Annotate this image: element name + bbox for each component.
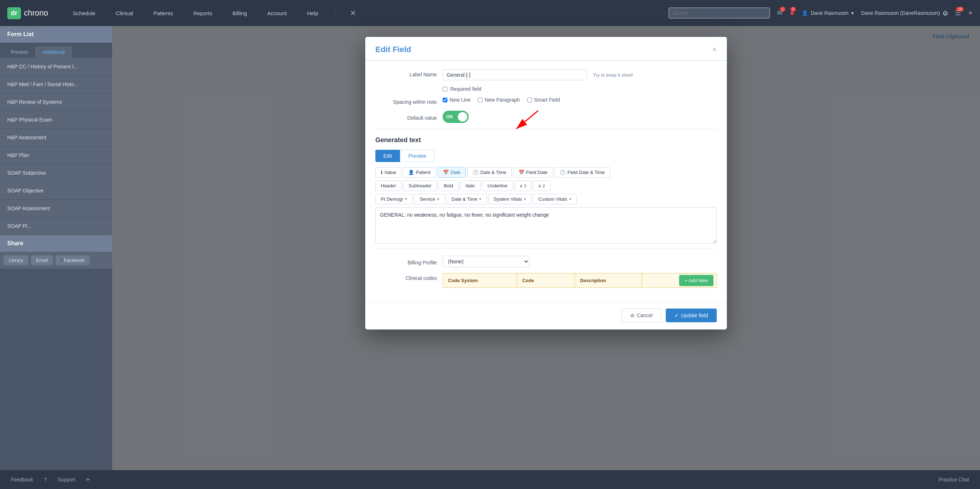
toolbar-custom-vitals-btn[interactable]: Custom Vitals ▾: [533, 194, 577, 204]
edit-button[interactable]: Edit: [375, 150, 400, 162]
toolbar-row-1: ℹ Value 👤 Patient 📅 Date: [375, 167, 717, 178]
messages-button[interactable]: ✉ 1: [777, 9, 783, 17]
sidebar-item-hp-cc[interactable]: H&P CC / History of Present I...: [0, 58, 112, 76]
nav-billing[interactable]: Billing: [223, 0, 257, 26]
toolbar-header-btn[interactable]: Header: [375, 180, 402, 191]
stack-badge: 10: [956, 7, 964, 11]
sidebar-items: H&P CC / History of Present I... H&P Med…: [0, 58, 112, 235]
toolbar-value-btn[interactable]: ℹ Value: [375, 167, 401, 178]
add-new-button[interactable]: + Add New: [679, 275, 713, 286]
chevron-down-icon-3: ▾: [479, 197, 481, 201]
toolbar-system-vitals-btn[interactable]: System Vitals ▾: [488, 194, 531, 204]
default-value-toggle[interactable]: ON: [442, 111, 469, 123]
toolbar-underline-btn[interactable]: Underline: [482, 180, 513, 191]
facebook-icon: f: [61, 258, 62, 263]
sidebar-item-soap-objective[interactable]: SOAP Objective: [0, 182, 112, 200]
modal-close-button[interactable]: ×: [712, 45, 717, 54]
sidebar-item-hp-plan[interactable]: H&P Plan: [0, 147, 112, 164]
nav-reports[interactable]: Reports: [183, 0, 223, 26]
notification-badge: 3: [790, 7, 796, 11]
toolbar-italic-btn[interactable]: Italic: [460, 180, 480, 191]
billing-profile-select[interactable]: (None): [442, 256, 530, 267]
toolbar-bold-btn[interactable]: Bold: [438, 180, 458, 191]
smart-field-label: Smart Field: [534, 97, 560, 103]
clinical-codes-table: Code System Code Description + Add New: [442, 273, 717, 288]
nav-help[interactable]: Help: [297, 0, 328, 26]
sidebar-item-hp-physical[interactable]: H&P Physical Exam: [0, 111, 112, 129]
bottom-bar: Feedback ? Support ✏ Practice Chat: [0, 470, 980, 489]
content-textarea[interactable]: GENERAL: no weakness, no fatigue, no fev…: [375, 207, 717, 244]
user-display-name: Dane Rasmuson (DaneRasmuson): [861, 10, 940, 16]
sidebar-tabs: Presets Additional: [0, 43, 112, 58]
sidebar-item-hp-med[interactable]: H&P Med / Fam / Social Histo...: [0, 76, 112, 93]
modal-header: Edit Field ×: [365, 37, 727, 61]
sidebar-tab-additional[interactable]: Additional: [35, 46, 72, 58]
spacing-smart-field: Smart Field: [527, 97, 560, 103]
share-tab-email[interactable]: Email: [31, 255, 53, 265]
stack-button[interactable]: ☰ 10: [955, 9, 961, 17]
smart-field-checkbox[interactable]: [527, 98, 532, 102]
toolbar-row-3: Pt Demogr ▾ Service ▾ Date & Time ▾: [375, 194, 717, 204]
modal-overlay: Edit Field × Label Name Try to keep it s…: [112, 26, 980, 470]
user-display: Dane Rasmuson (DaneRasmuson) ⏻: [861, 10, 948, 16]
sidebar-item-hp-review[interactable]: H&P Review of Systems: [0, 93, 112, 111]
update-field-button[interactable]: ✓ Update field: [666, 309, 717, 322]
top-nav: dr chrono Schedule Clinical Patients Rep…: [0, 0, 980, 26]
label-name-input[interactable]: [442, 69, 587, 80]
edit-preview-row: Edit Preview: [375, 150, 717, 162]
nav-patients[interactable]: Patients: [143, 0, 183, 26]
required-field-checkbox[interactable]: [442, 87, 447, 91]
clinical-codes-table-wrap: Code System Code Description + Add New: [442, 273, 717, 288]
main-area: Form List Presets Additional H&P CC / Hi…: [0, 26, 980, 470]
message-badge: 1: [780, 7, 786, 11]
chevron-down-icon: ▾: [851, 10, 854, 16]
nav-account[interactable]: Account: [257, 0, 297, 26]
toolbar-subheader-btn[interactable]: Subheader: [403, 180, 437, 191]
share-tab-library[interactable]: Library: [4, 255, 28, 265]
billing-row: Billing Profile (None): [375, 256, 717, 267]
cancel-icon: ⊘: [630, 312, 635, 318]
search-input[interactable]: [669, 8, 770, 18]
nav-close-button[interactable]: ✕: [343, 0, 363, 26]
toolbar-service-btn[interactable]: Service ▾: [414, 194, 444, 204]
nav-separator: ⋮: [328, 0, 343, 26]
preview-button[interactable]: Preview: [400, 150, 435, 162]
nav-clinical[interactable]: Clinical: [106, 0, 143, 26]
col-code: Code: [517, 274, 575, 288]
sidebar-tab-presets[interactable]: Presets: [4, 46, 35, 58]
toolbar-date-btn[interactable]: 📅 Date: [438, 167, 466, 178]
toolbar-field-datetime-btn[interactable]: 🕐 Field Date & Time: [554, 167, 610, 178]
sidebar-item-hp-assessment[interactable]: H&P Assessment: [0, 129, 112, 147]
nav-schedule[interactable]: Schedule: [62, 0, 106, 26]
toggle-slider: ON: [442, 111, 469, 123]
default-value-label: Default value: [375, 113, 437, 121]
cancel-button[interactable]: ⊘ Cancel: [621, 309, 662, 322]
svg-line-1: [516, 111, 538, 129]
new-line-label: New Line: [450, 97, 471, 103]
toolbar-datetime-btn[interactable]: 🕐 Date & Time: [467, 167, 512, 178]
share-tab-facebook[interactable]: f Facebook: [56, 255, 89, 265]
support-link[interactable]: Support: [57, 477, 75, 483]
toolbar-subscript-btn[interactable]: x2: [515, 180, 532, 191]
toolbar-field-date-btn[interactable]: 📅 Field Date: [513, 167, 553, 178]
new-line-checkbox[interactable]: [442, 98, 447, 102]
logo-box: dr: [7, 7, 21, 19]
practice-chat-link[interactable]: Practice Chat: [939, 477, 969, 483]
spacing-options: New Line New Paragraph Smart Field: [442, 97, 560, 103]
new-paragraph-checkbox[interactable]: [478, 98, 482, 102]
notifications-button[interactable]: ● 3: [790, 8, 794, 18]
feedback-link[interactable]: Feedback: [11, 477, 33, 483]
sidebar-item-soap-plan[interactable]: SOAP Pl...: [0, 217, 112, 235]
sidebar-item-soap-subjective[interactable]: SOAP Subjective: [0, 164, 112, 182]
toolbar-date-time-btn[interactable]: Date & Time ▾: [446, 194, 487, 204]
sidebar-item-soap-assessment[interactable]: SOAP Assessment: [0, 200, 112, 217]
toolbar-pt-demogr-btn[interactable]: Pt Demogr ▾: [375, 194, 413, 204]
toolbar-superscript-btn[interactable]: x2: [533, 180, 550, 191]
chevron-down-icon-2: ▾: [437, 197, 439, 201]
col-action: + Add New: [642, 274, 717, 288]
plus-button[interactable]: +: [968, 8, 973, 18]
user-icon: 👤: [802, 10, 808, 16]
clock2-icon: 🕐: [560, 170, 566, 175]
toolbar-patient-btn[interactable]: 👤 Patient: [403, 167, 436, 178]
clock-icon: 🕐: [473, 170, 479, 175]
